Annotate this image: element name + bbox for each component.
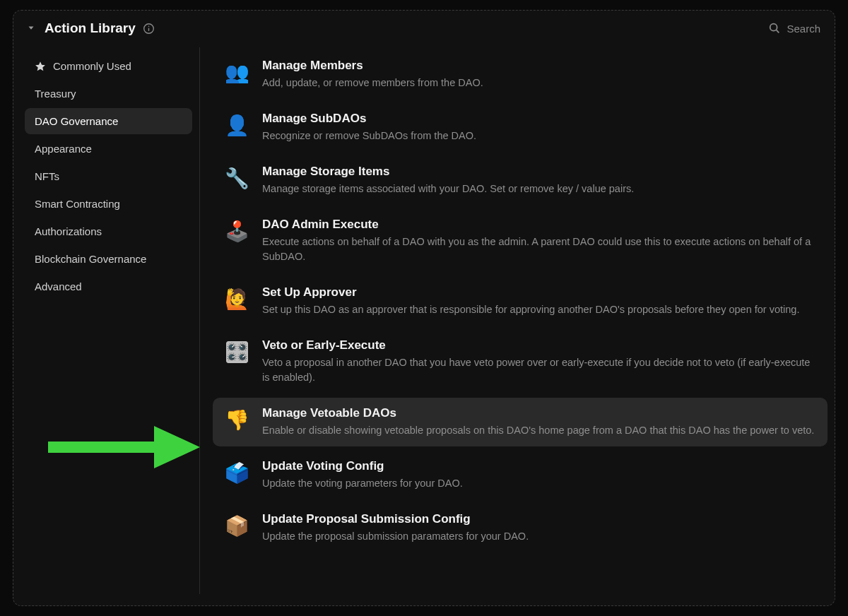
action-icon: 🗳️ xyxy=(224,461,249,486)
sidebar-item-commonly-used[interactable]: Commonly Used xyxy=(25,53,192,79)
sidebar-item-label: DAO Governance xyxy=(35,115,118,127)
search-icon xyxy=(768,22,781,35)
action-text: Update Voting ConfigUpdate the voting pa… xyxy=(262,459,816,491)
action-dao-admin-execute[interactable]: 🕹️DAO Admin ExecuteExecute actions on be… xyxy=(213,209,828,273)
action-description: Add, update, or remove members from the … xyxy=(262,76,816,90)
action-text: Manage SubDAOsRecognize or remove SubDAO… xyxy=(262,112,816,143)
action-description: Manage storage items associated with you… xyxy=(262,182,816,196)
action-text: Veto or Early-ExecuteVeto a proposal in … xyxy=(262,338,816,385)
action-text: DAO Admin ExecuteExecute actions on beha… xyxy=(262,218,816,264)
action-update-voting-config[interactable]: 🗳️Update Voting ConfigUpdate the voting … xyxy=(213,451,828,499)
action-title: Update Voting Config xyxy=(262,459,816,473)
sidebar-item-advanced[interactable]: Advanced xyxy=(25,273,192,300)
info-icon[interactable] xyxy=(143,22,155,35)
sidebar-item-smart-contracting[interactable]: Smart Contracting xyxy=(25,191,192,217)
collapse-chevron-icon[interactable] xyxy=(25,22,37,35)
sidebar-item-label: Blockchain Governance xyxy=(35,253,146,265)
action-icon: 👤 xyxy=(224,113,249,138)
action-description: Veto a proposal in another DAO that you … xyxy=(262,355,816,385)
action-description: Execute actions on behalf of a DAO with … xyxy=(262,235,816,264)
search-placeholder: Search xyxy=(787,23,820,35)
action-description: Enable or disable showing vetoable propo… xyxy=(262,423,816,438)
action-title: DAO Admin Execute xyxy=(262,218,816,232)
action-icon: 🔧 xyxy=(224,166,249,191)
action-list: 👥Manage MembersAdd, update, or remove me… xyxy=(200,47,835,594)
sidebar-item-authorizations[interactable]: Authorizations xyxy=(25,218,192,244)
action-icon: 📦 xyxy=(224,514,249,539)
action-icon: 👥 xyxy=(224,60,249,85)
sidebar-item-dao-governance[interactable]: DAO Governance xyxy=(25,108,192,134)
panel-header: Action Library Search xyxy=(13,11,835,43)
action-description: Update the proposal submission paramater… xyxy=(262,529,816,544)
action-text: Update Proposal Submission ConfigUpdate … xyxy=(262,512,816,544)
sidebar-item-label: Appearance xyxy=(35,143,92,155)
action-manage-members[interactable]: 👥Manage MembersAdd, update, or remove me… xyxy=(213,50,828,99)
action-title: Manage SubDAOs xyxy=(262,112,816,126)
action-title: Manage Storage Items xyxy=(262,165,816,179)
action-update-proposal-submission-config[interactable]: 📦Update Proposal Submission ConfigUpdate… xyxy=(213,504,828,552)
sidebar-item-label: Smart Contracting xyxy=(35,198,120,210)
sidebar-item-label: Authorizations xyxy=(35,225,102,237)
sidebar-item-treasury[interactable]: Treasury xyxy=(25,81,192,107)
svg-point-2 xyxy=(148,25,150,27)
search-input[interactable]: Search xyxy=(768,22,820,35)
action-description: Recognize or remove SubDAOs from the DAO… xyxy=(262,129,816,143)
sidebar-item-blockchain-governance[interactable]: Blockchain Governance xyxy=(25,246,192,272)
sidebar-item-appearance[interactable]: Appearance xyxy=(25,136,192,162)
action-title: Update Proposal Submission Config xyxy=(262,512,816,526)
sidebar-item-label: NFTs xyxy=(35,170,59,182)
action-icon: 🎛️ xyxy=(224,340,249,365)
action-manage-subdaos[interactable]: 👤Manage SubDAOsRecognize or remove SubDA… xyxy=(213,103,828,152)
sidebar-item-label: Advanced xyxy=(35,280,82,292)
action-title: Manage Members xyxy=(262,59,816,73)
action-manage-vetoable-daos[interactable]: 👎Manage Vetoable DAOsEnable or disable s… xyxy=(213,398,828,446)
star-icon xyxy=(35,61,46,72)
action-description: Update the voting parameters for your DA… xyxy=(262,476,816,491)
action-text: Manage MembersAdd, update, or remove mem… xyxy=(262,59,816,90)
action-icon: 🕹️ xyxy=(224,219,249,244)
action-text: Manage Storage ItemsManage storage items… xyxy=(262,165,816,196)
action-icon: 🙋 xyxy=(224,287,249,312)
action-title: Manage Vetoable DAOs xyxy=(262,406,816,420)
action-icon: 👎 xyxy=(224,408,249,433)
svg-line-4 xyxy=(777,30,779,33)
action-library-panel: Action Library Search Commonly UsedTreas… xyxy=(13,10,835,606)
action-manage-storage-items[interactable]: 🔧Manage Storage ItemsManage storage item… xyxy=(213,156,828,205)
panel-body: Commonly UsedTreasuryDAO GovernanceAppea… xyxy=(13,43,835,605)
sidebar-item-label: Commonly Used xyxy=(53,60,131,72)
sidebar: Commonly UsedTreasuryDAO GovernanceAppea… xyxy=(13,47,200,594)
sidebar-item-nfts[interactable]: NFTs xyxy=(25,163,192,189)
action-veto-or-early-execute[interactable]: 🎛️Veto or Early-ExecuteVeto a proposal i… xyxy=(213,330,828,393)
action-text: Set Up ApproverSet up this DAO as an app… xyxy=(262,285,816,317)
action-title: Veto or Early-Execute xyxy=(262,338,816,353)
sidebar-item-label: Treasury xyxy=(35,88,76,100)
action-set-up-approver[interactable]: 🙋Set Up ApproverSet up this DAO as an ap… xyxy=(213,277,828,326)
action-description: Set up this DAO as an approver that is r… xyxy=(262,302,816,317)
panel-title: Action Library xyxy=(45,20,136,36)
action-title: Set Up Approver xyxy=(262,285,816,300)
action-text: Manage Vetoable DAOsEnable or disable sh… xyxy=(262,406,816,438)
svg-point-3 xyxy=(770,24,777,31)
